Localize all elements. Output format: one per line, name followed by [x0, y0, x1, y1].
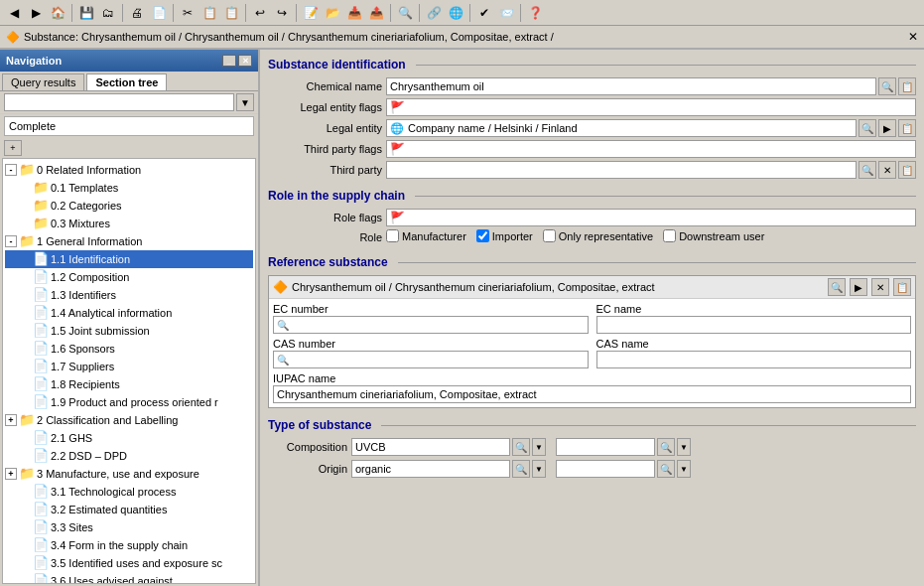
- save-all-button[interactable]: 🗂: [98, 3, 118, 23]
- third-party-search-btn[interactable]: 🔍: [858, 161, 876, 179]
- tree-item-joint[interactable]: 📄 1.5 Joint submission: [5, 322, 253, 340]
- ec-name-field[interactable]: [596, 316, 912, 334]
- expand-general[interactable]: -: [5, 235, 17, 247]
- tab-query-results[interactable]: Query results: [2, 73, 84, 90]
- legal-entity-search-btn[interactable]: 🔍: [858, 119, 876, 137]
- expand-manufacture[interactable]: +: [5, 468, 17, 480]
- tree-item-sponsors[interactable]: 📄 1.6 Sponsors: [5, 340, 253, 358]
- legal-entity-action-btn[interactable]: 📋: [898, 119, 916, 137]
- expand-all-button[interactable]: +: [4, 140, 22, 156]
- only-rep-checkbox[interactable]: [543, 229, 556, 242]
- tree-item-categories[interactable]: 📁 0.2 Categories: [5, 197, 253, 215]
- submit-button[interactable]: 📨: [496, 3, 516, 23]
- composition-extra-input[interactable]: [556, 438, 655, 456]
- copy-button[interactable]: 📋: [199, 3, 219, 23]
- search-input[interactable]: [4, 93, 234, 111]
- tree-item-classification[interactable]: + 📁 2 Classification and Labelling: [5, 411, 253, 429]
- composition-extra-dd[interactable]: ▼: [677, 438, 691, 456]
- composition-dd-btn[interactable]: ▼: [532, 438, 546, 456]
- print2-button[interactable]: 📄: [149, 3, 169, 23]
- save-button[interactable]: 💾: [76, 3, 96, 23]
- tree-item-suppliers[interactable]: 📄 1.7 Suppliers: [5, 358, 253, 375]
- nav-close-button[interactable]: ✕: [238, 55, 252, 67]
- forward-button[interactable]: ▶: [26, 3, 46, 23]
- ref-action-btn[interactable]: 📋: [893, 278, 911, 296]
- iupac-input[interactable]: [273, 385, 911, 403]
- composition-input[interactable]: [351, 438, 510, 456]
- tree-item-identification[interactable]: 📄 1.1 Identification: [5, 250, 253, 268]
- manufacturer-checkbox-label[interactable]: Manufacturer: [386, 229, 466, 242]
- third-party-input[interactable]: [386, 161, 857, 179]
- redo-button[interactable]: ↪: [272, 3, 292, 23]
- importer-checkbox[interactable]: [476, 229, 489, 242]
- globe-button[interactable]: 🌐: [446, 3, 465, 23]
- tree-item-dsd[interactable]: 📄 2.2 DSD – DPD: [5, 447, 253, 465]
- cas-name-field[interactable]: [596, 351, 912, 368]
- close-button[interactable]: ✕: [908, 30, 918, 44]
- ec-number-field[interactable]: 🔍: [273, 316, 589, 334]
- print-button[interactable]: 🖨: [127, 3, 147, 23]
- tree-item-composition[interactable]: 📄 1.2 Composition: [5, 268, 253, 286]
- tree-item-related[interactable]: - 📁 0 Related Information: [5, 161, 253, 179]
- tree-item-identifiers[interactable]: 📄 1.3 Identifiers: [5, 286, 253, 304]
- downstream-checkbox-label[interactable]: Downstream user: [663, 229, 764, 242]
- origin-search-btn[interactable]: 🔍: [512, 460, 530, 478]
- help-button[interactable]: ❓: [525, 3, 545, 23]
- undo-button[interactable]: ↩: [250, 3, 270, 23]
- chemical-name-action-btn[interactable]: 📋: [898, 77, 916, 95]
- third-party-delete-btn[interactable]: ✕: [878, 161, 896, 179]
- tree-item-process[interactable]: 📄 1.9 Product and process oriented r: [5, 393, 253, 411]
- search-button[interactable]: 🔍: [395, 3, 415, 23]
- tree-item-analytical[interactable]: 📄 1.4 Analytical information: [5, 304, 253, 322]
- tree-item-uses-advised[interactable]: 📄 3.6 Uses advised against: [5, 572, 253, 584]
- home-button[interactable]: 🏠: [48, 3, 67, 23]
- ref-delete-btn[interactable]: ✕: [871, 278, 889, 296]
- tree-item-mixtures[interactable]: 📁 0.3 Mixtures: [5, 215, 253, 232]
- tree-item-ghs[interactable]: 📄 2.1 GHS: [5, 429, 253, 447]
- tree-label-identifiers: 1.3 Identifiers: [51, 287, 116, 303]
- tab-section-tree[interactable]: Section tree: [86, 73, 167, 90]
- composition-extra-search[interactable]: 🔍: [657, 438, 675, 456]
- chemical-name-search-btn[interactable]: 🔍: [878, 77, 896, 95]
- origin-dd-btn[interactable]: ▼: [532, 460, 546, 478]
- downstream-checkbox[interactable]: [663, 229, 676, 242]
- new-button[interactable]: 📝: [301, 3, 321, 23]
- validate-button[interactable]: ✔: [474, 3, 494, 23]
- ref-box-header-row: 🔶 Chrysanthemum oil / Chrysanthemum cine…: [269, 276, 915, 299]
- search-go-button[interactable]: ▼: [236, 93, 254, 111]
- tree-item-general[interactable]: - 📁 1 General Information: [5, 232, 253, 250]
- open-button[interactable]: 📂: [323, 3, 342, 23]
- legal-entity-next-btn[interactable]: ▶: [878, 119, 896, 137]
- only-rep-checkbox-label[interactable]: Only representative: [543, 229, 653, 242]
- composition-search-btn[interactable]: 🔍: [512, 438, 530, 456]
- cas-number-field[interactable]: 🔍: [273, 351, 589, 368]
- export-button[interactable]: 📤: [366, 3, 386, 23]
- back-button[interactable]: ◀: [4, 3, 24, 23]
- origin-extra-search[interactable]: 🔍: [657, 460, 675, 478]
- tree-area[interactable]: - 📁 0 Related Information 📁 0.1 Template…: [2, 158, 256, 584]
- importer-checkbox-label[interactable]: Importer: [476, 229, 533, 242]
- origin-extra-input[interactable]: [556, 460, 655, 478]
- import-button[interactable]: 📥: [344, 3, 364, 23]
- link-button[interactable]: 🔗: [424, 3, 444, 23]
- tree-item-technological[interactable]: 📄 3.1 Technological process: [5, 483, 253, 501]
- tree-item-estimated[interactable]: 📄 3.2 Estimated quantities: [5, 501, 253, 518]
- manufacturer-checkbox[interactable]: [386, 229, 399, 242]
- ref-next-btn[interactable]: ▶: [850, 278, 867, 296]
- expand-classification[interactable]: +: [5, 414, 17, 426]
- tree-item-form[interactable]: 📄 3.4 Form in the supply chain: [5, 536, 253, 554]
- cut-button[interactable]: ✂: [178, 3, 198, 23]
- tree-item-manufacture[interactable]: + 📁 3 Manufacture, use and exposure: [5, 465, 253, 483]
- ref-search-btn[interactable]: 🔍: [828, 278, 846, 296]
- chemical-name-input[interactable]: [386, 77, 876, 95]
- origin-extra-dd[interactable]: ▼: [677, 460, 691, 478]
- paste-button[interactable]: 📋: [221, 3, 241, 23]
- nav-minimize-button[interactable]: _: [222, 55, 236, 67]
- expand-related[interactable]: -: [5, 164, 17, 176]
- tree-item-sites[interactable]: 📄 3.3 Sites: [5, 518, 253, 536]
- third-party-action-btn[interactable]: 📋: [898, 161, 916, 179]
- tree-item-identified[interactable]: 📄 3.5 Identified uses and exposure sc: [5, 554, 253, 572]
- tree-item-recipients[interactable]: 📄 1.8 Recipients: [5, 375, 253, 393]
- origin-input[interactable]: [351, 460, 510, 478]
- tree-item-templates[interactable]: 📁 0.1 Templates: [5, 179, 253, 197]
